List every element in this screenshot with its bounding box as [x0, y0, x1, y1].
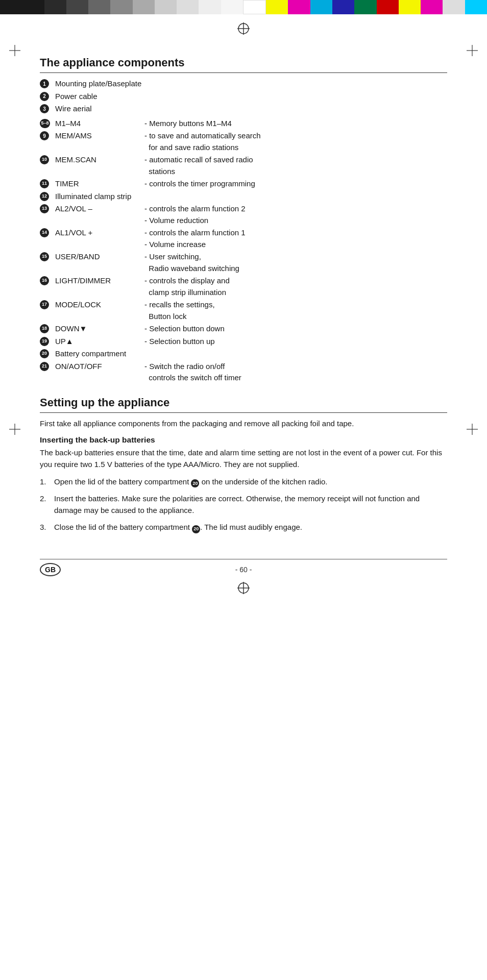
reg-mark-right-bottom — [467, 424, 478, 436]
comp-icon-5-8: 5–8 — [40, 119, 50, 128]
comp-desc-5-8: - Memory buttons M1–M4 — [144, 118, 447, 130]
reg-mark-right-top — [467, 45, 478, 58]
footer-rule — [40, 559, 447, 559]
setting-up-heading: Setting up the appliance — [40, 396, 447, 409]
swatch-10 — [199, 0, 221, 14]
setting-up-intro: First take all appliance components from… — [40, 418, 447, 430]
comp-icon-1: 1 — [40, 79, 49, 88]
comp-label-16: LIGHT/DIMMER — [55, 275, 144, 298]
component-row-15: 15 USER/BAND - User switching, Radio wav… — [40, 251, 447, 274]
swatch-6 — [110, 0, 132, 14]
swatch-1 — [0, 0, 22, 14]
comp-desc-2 — [144, 91, 447, 103]
comp-label-19: UP▲ — [55, 336, 144, 348]
component-row-9: 9 MEM/AMS - to save and automatically se… — [40, 130, 447, 153]
comp-num-13: 13 — [40, 203, 55, 226]
comp-num-15: 15 — [40, 251, 55, 274]
swatch-cyan — [310, 0, 332, 14]
comp-icon-17: 17 — [40, 300, 49, 309]
swatch-yellow — [266, 0, 288, 14]
swatch-red — [377, 0, 399, 14]
comp-label-17: MODE/LOCK — [55, 299, 144, 322]
comp-desc-14: - controls the alarm function 1- Volume … — [144, 227, 447, 250]
comp-desc-1 — [144, 78, 447, 90]
comp-icon-18: 18 — [40, 324, 49, 333]
comp-label-14: AL1/VOL + — [55, 227, 144, 250]
step-text-2: Insert the batteries. Make sure the pola… — [54, 493, 447, 517]
component-row-13: 13 AL2/VOL – - controls the alarm functi… — [40, 203, 447, 226]
comp-icon-14: 14 — [40, 228, 49, 237]
backup-batteries-body: The back-up batteries ensure that the ti… — [40, 447, 447, 471]
reg-mark-left-top — [9, 45, 20, 58]
swatch-4 — [66, 0, 88, 14]
comp-num-2: 2 — [40, 91, 55, 103]
comp-icon-21: 21 — [40, 362, 49, 371]
setting-up-rule — [40, 412, 447, 413]
component-row-19: 19 UP▲ - Selection button up — [40, 336, 447, 348]
comp-desc-20 — [144, 348, 447, 360]
comp-desc-10: - automatic recall of saved radio statio… — [144, 154, 447, 177]
step-3: 3. Close the lid of the battery compartm… — [40, 521, 447, 533]
step-text-1: Open the lid of the battery compartment … — [54, 476, 447, 487]
swatch-7 — [133, 0, 155, 14]
comp-label-9: MEM/AMS — [55, 130, 144, 153]
comp-icon-20: 20 — [40, 349, 49, 358]
comp-icon-13: 13 — [40, 204, 49, 213]
comp-desc-17: - recalls the settings, Button lock — [144, 299, 447, 322]
component-row-11: 11 TIMER - controls the timer programmin… — [40, 178, 447, 190]
swatch-11 — [221, 0, 243, 14]
comp-num-12: 12 — [40, 191, 55, 203]
comp-icon-9: 9 — [40, 131, 49, 140]
component-row-20: 20 Battery compartment — [40, 348, 447, 360]
comp-num-14: 14 — [40, 227, 55, 250]
comp-label-5-8: M1–M4 — [55, 118, 144, 130]
comp-label-21: ON/AOT/OFF — [55, 361, 144, 384]
comp-icon-19: 19 — [40, 337, 49, 346]
main-content: The appliance components 1 Mounting plat… — [0, 41, 487, 550]
step3-icon-20: 20 — [192, 525, 200, 533]
component-row-17: 17 MODE/LOCK - recalls the settings, But… — [40, 299, 447, 322]
comp-label-12: Illuminated clamp strip — [55, 191, 144, 203]
step-1: 1. Open the lid of the battery compartme… — [40, 476, 447, 487]
component-row-14: 14 AL1/VOL + - controls the alarm functi… — [40, 227, 447, 250]
swatch-2 — [22, 0, 44, 14]
country-badge: GB — [40, 563, 61, 576]
comp-desc-13: - controls the alarm function 2- Volume … — [144, 203, 447, 226]
comp-label-2: Power cable — [55, 91, 144, 103]
swatch-8 — [155, 0, 177, 14]
component-row-12: 12 Illuminated clamp strip — [40, 191, 447, 203]
comp-desc-12 — [144, 191, 447, 203]
comp-num-10: 10 — [40, 154, 55, 177]
swatch-blue — [332, 0, 354, 14]
comp-num-21: 21 — [40, 361, 55, 384]
swatch-magenta2 — [421, 0, 443, 14]
backup-batteries-heading: Inserting the back-up batteries — [40, 435, 447, 445]
comp-num-5-8: 5–8 — [40, 118, 55, 130]
comp-label-3: Wire aerial — [55, 103, 144, 115]
swatch-ltblue — [465, 0, 487, 14]
comp-icon-2: 2 — [40, 92, 49, 101]
swatch-magenta — [288, 0, 310, 14]
comp-icon-12: 12 — [40, 192, 49, 201]
crosshair-top — [0, 14, 487, 41]
footer-bar: GB - 60 - — [0, 564, 487, 576]
comp-desc-15: - User switching, Radio waveband switchi… — [144, 251, 447, 274]
comp-label-13: AL2/VOL – — [55, 203, 144, 226]
swatch-5 — [88, 0, 110, 14]
comp-num-16: 16 — [40, 275, 55, 298]
components-rule — [40, 72, 447, 73]
step-num-3: 3. — [40, 521, 54, 533]
comp-num-1: 1 — [40, 78, 55, 90]
comp-desc-9: - to save and automatically search for a… — [144, 130, 447, 153]
battery-steps: 1. Open the lid of the battery compartme… — [40, 476, 447, 533]
component-row-16: 16 LIGHT/DIMMER - controls the display a… — [40, 275, 447, 298]
comp-label-10: MEM.SCAN — [55, 154, 144, 177]
swatch-9 — [177, 0, 199, 14]
comp-desc-3 — [144, 103, 447, 115]
comp-num-9: 9 — [40, 130, 55, 153]
swatch-yellow2 — [399, 0, 421, 14]
comp-desc-11: - controls the timer programming — [144, 178, 447, 190]
component-row-3: 3 Wire aerial — [40, 103, 447, 115]
page-number: - 60 - — [235, 566, 252, 574]
step-2: 2. Insert the batteries. Make sure the p… — [40, 493, 447, 517]
